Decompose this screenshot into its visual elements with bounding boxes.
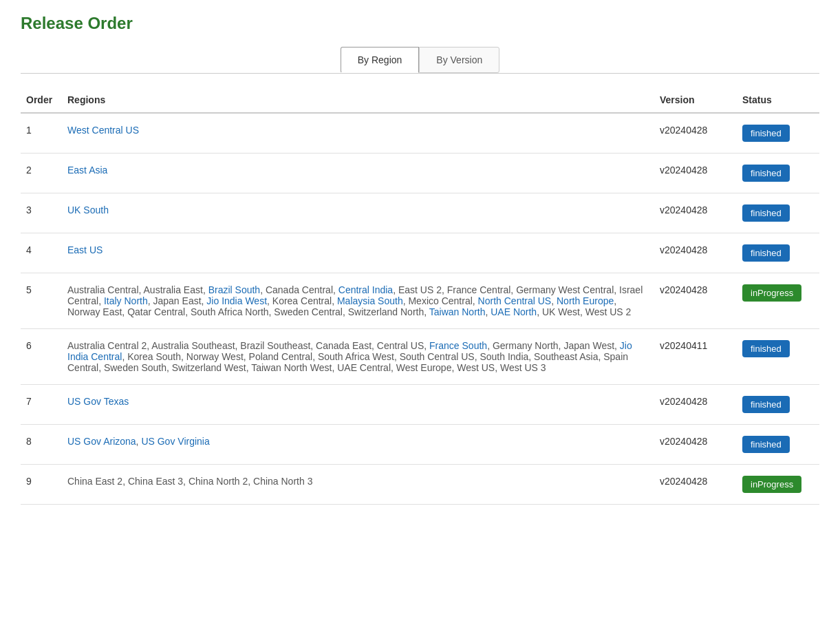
cell-version: v20240411	[654, 329, 737, 385]
cell-status: finished	[737, 113, 819, 154]
table-row: 9China East 2, China East 3, China North…	[21, 465, 819, 505]
release-order-table: Order Regions Version Status 1West Centr…	[21, 87, 819, 505]
status-badge: inProgress	[742, 284, 801, 302]
cell-status: finished	[737, 329, 819, 385]
col-version: Version	[654, 87, 737, 113]
table-row: 6Australia Central 2, Australia Southeas…	[21, 329, 819, 385]
cell-regions: West Central US	[62, 113, 654, 154]
cell-version: v20240428	[654, 385, 737, 425]
cell-order: 3	[21, 193, 62, 233]
cell-version: v20240428	[654, 154, 737, 193]
page-title: Release Order	[21, 14, 819, 33]
table-row: 3UK Southv20240428finished	[21, 193, 819, 233]
table-row: 8US Gov Arizona, US Gov Virginiav2024042…	[21, 425, 819, 465]
region-text: Australia Central 2, Australia Southeast…	[67, 340, 429, 351]
region-link[interactable]: UAE North	[491, 306, 537, 317]
region-link[interactable]: UK South	[67, 204, 109, 215]
region-link[interactable]: Italy North	[104, 295, 148, 306]
cell-status: finished	[737, 385, 819, 425]
status-badge: finished	[742, 396, 790, 413]
cell-status: inProgress	[737, 465, 819, 505]
col-regions: Regions	[62, 87, 654, 113]
region-link[interactable]: Jio India West	[206, 295, 267, 306]
cell-order: 2	[21, 154, 62, 193]
cell-version: v20240428	[654, 233, 737, 273]
region-text: China East 2, China East 3, China North …	[67, 476, 312, 487]
table-row: 1West Central USv20240428finished	[21, 113, 819, 154]
region-text: , UK West, West US 2	[537, 306, 631, 317]
status-badge: finished	[742, 436, 790, 453]
table-row: 7US Gov Texasv20240428finished	[21, 385, 819, 425]
region-text: Australia Central	[67, 284, 139, 295]
tab-bar: By Region By Version	[21, 47, 819, 73]
cell-regions: Australia Central, Australia East, Brazi…	[62, 273, 654, 329]
cell-version: v20240428	[654, 193, 737, 233]
cell-status: inProgress	[737, 273, 819, 329]
region-link[interactable]: West Central US	[67, 125, 139, 136]
region-link[interactable]: US Gov Virginia	[141, 436, 209, 447]
cell-regions: East Asia	[62, 154, 654, 193]
cell-order: 9	[21, 465, 62, 505]
region-link[interactable]: East Asia	[67, 165, 107, 176]
cell-order: 5	[21, 273, 62, 329]
table-header-row: Order Regions Version Status	[21, 87, 819, 113]
tab-by-version[interactable]: By Version	[419, 47, 499, 73]
col-status: Status	[737, 87, 819, 113]
cell-status: finished	[737, 233, 819, 273]
tab-divider	[21, 73, 819, 74]
cell-order: 4	[21, 233, 62, 273]
region-link[interactable]: East US	[67, 244, 103, 255]
region-link[interactable]: North Europe	[557, 295, 614, 306]
cell-regions: US Gov Arizona, US Gov Virginia	[62, 425, 654, 465]
col-order: Order	[21, 87, 62, 113]
region-text: , Japan East,	[148, 295, 207, 306]
region-text: , Korea South, Norway West, Poland Centr…	[67, 351, 628, 373]
cell-version: v20240428	[654, 273, 737, 329]
status-badge: finished	[742, 204, 790, 222]
cell-order: 1	[21, 113, 62, 154]
cell-regions: Australia Central 2, Australia Southeast…	[62, 329, 654, 385]
status-badge: finished	[742, 125, 790, 142]
table-row: 5Australia Central, Australia East, Braz…	[21, 273, 819, 329]
cell-version: v20240428	[654, 465, 737, 505]
tab-by-region[interactable]: By Region	[341, 47, 420, 73]
cell-regions: East US	[62, 233, 654, 273]
cell-order: 6	[21, 329, 62, 385]
region-link[interactable]: Brazil South	[208, 284, 260, 295]
cell-status: finished	[737, 193, 819, 233]
status-badge: inProgress	[742, 476, 801, 493]
status-badge: finished	[742, 340, 790, 357]
region-text: , Australia East,	[139, 284, 208, 295]
region-text: , Canada Central,	[260, 284, 338, 295]
region-link[interactable]: US Gov Arizona	[67, 436, 136, 447]
region-link[interactable]: North Central US	[478, 295, 552, 306]
table-row: 4East USv20240428finished	[21, 233, 819, 273]
region-text: , Korea Central,	[267, 295, 337, 306]
cell-regions: US Gov Texas	[62, 385, 654, 425]
region-link[interactable]: US Gov Texas	[67, 396, 129, 407]
cell-version: v20240428	[654, 113, 737, 154]
region-link[interactable]: Taiwan North	[429, 306, 486, 317]
region-link[interactable]: France South	[429, 340, 487, 351]
region-link[interactable]: Central India	[338, 284, 393, 295]
cell-version: v20240428	[654, 425, 737, 465]
region-text: , Germany North, Japan West,	[487, 340, 620, 351]
cell-status: finished	[737, 154, 819, 193]
cell-order: 7	[21, 385, 62, 425]
table-row: 2East Asiav20240428finished	[21, 154, 819, 193]
region-text: ,	[551, 295, 557, 306]
region-text: , Mexico Central,	[403, 295, 478, 306]
status-badge: finished	[742, 165, 790, 182]
region-link[interactable]: Malaysia South	[337, 295, 403, 306]
status-badge: finished	[742, 244, 790, 262]
cell-regions: UK South	[62, 193, 654, 233]
cell-order: 8	[21, 425, 62, 465]
cell-regions: China East 2, China East 3, China North …	[62, 465, 654, 505]
cell-status: finished	[737, 425, 819, 465]
